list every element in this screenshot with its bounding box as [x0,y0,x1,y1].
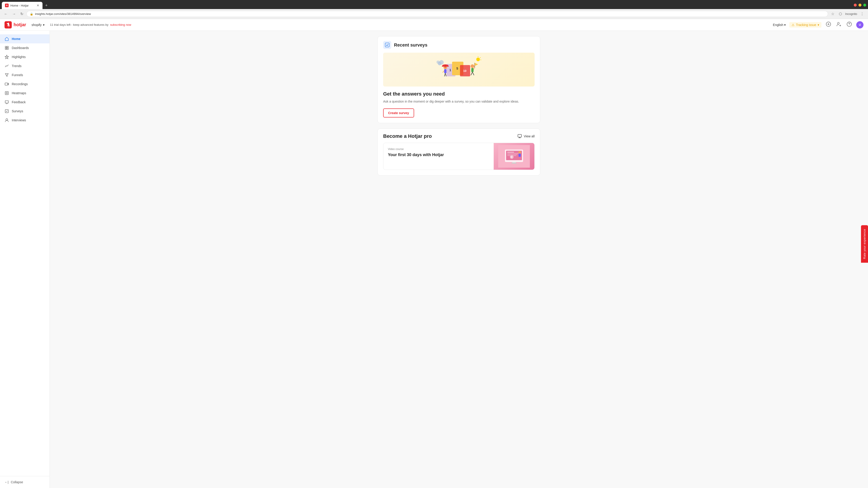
svg-line-23 [444,73,445,76]
svg-rect-10 [5,92,8,95]
url-bar[interactable]: 🔒 insights.hotjar.com/sites/3814994/over… [26,11,828,17]
logo: hotjar [4,21,26,29]
sidebar-item-home-label: Home [12,37,21,41]
close-tab-button[interactable]: ✕ [37,4,39,7]
create-survey-button[interactable]: Create survey [383,108,414,118]
language-selector[interactable]: English ▾ [773,23,786,27]
lang-chevron-icon: ▾ [784,23,786,27]
recent-surveys-section: Recent surveys 1 5 10 [377,36,540,123]
svg-point-49 [518,151,521,154]
url-text: insights.hotjar.com/sites/3814994/overvi… [35,12,91,15]
logo-text: hotjar [13,22,26,27]
svg-rect-45 [507,152,514,153]
dashboard-icon [4,46,9,50]
menu-button[interactable]: ⋮ [859,11,865,17]
sidebar-item-heatmaps[interactable]: Heatmaps [0,89,50,98]
hotjar-logo-icon [4,21,12,29]
funnels-icon [4,73,9,77]
app-container: hotjar shopify ▾ 11 trial days left - ke… [0,19,868,488]
sidebar-item-trends[interactable]: Trends [0,61,50,70]
add-site-button[interactable] [825,21,832,29]
pro-card[interactable]: Video course Your first 30 days with Hot… [383,143,535,170]
svg-point-28 [436,61,440,64]
window-close-button[interactable] [854,4,857,6]
tracking-issue-label: Tracking issue [796,23,816,27]
svg-rect-14 [385,43,389,47]
recent-surveys-header: Recent surveys [378,36,540,53]
lock-icon: 🔒 [30,12,33,15]
svg-text:10: 10 [463,69,466,72]
add-site-icon [826,22,831,27]
help-button[interactable] [846,21,852,29]
sidebar-item-surveys[interactable]: Surveys [0,107,50,116]
tracking-issue-button[interactable]: ⚠ Tracking issue ▾ [789,22,822,28]
sidebar-item-surveys-label: Surveys [12,109,23,113]
sidebar-item-recordings-label: Recordings [12,82,28,86]
sidebar: Home Dashboards Highlights Trends [0,31,50,488]
collapse-label: Collapse [11,480,23,484]
recent-surveys-title: Recent surveys [394,42,428,48]
view-all-icon [518,134,522,138]
svg-rect-5 [5,46,6,48]
svg-point-35 [476,58,480,61]
window-maximize-button[interactable] [863,4,866,6]
new-tab-button[interactable]: + [43,2,50,9]
forward-button[interactable]: → [11,11,17,17]
warning-icon: ⚠ [792,23,795,27]
svg-rect-7 [5,48,6,50]
collapse-icon: ←| [4,480,8,484]
survey-illustration-svg: 1 5 10 [434,55,484,84]
pro-card-image [494,143,534,170]
svg-line-39 [442,71,444,72]
sidebar-item-trends-label: Trends [12,64,22,68]
sidebar-item-home[interactable]: Home [0,34,50,43]
content-inner: Recent surveys 1 5 10 [373,31,545,181]
view-all-button[interactable]: View all [518,134,535,138]
svg-rect-8 [7,48,8,50]
tab-title: Home - Hotjar [10,4,35,7]
site-selector[interactable]: shopify ▾ [30,22,46,28]
page-content: Recent surveys 1 5 10 [50,31,868,488]
svg-point-29 [471,64,474,68]
avatar[interactable]: U [856,21,864,29]
sidebar-item-dashboards[interactable]: Dashboards [0,43,50,53]
add-user-button[interactable] [835,21,842,29]
svg-rect-9 [5,83,8,85]
sidebar-item-funnels[interactable]: Funnels [0,70,50,79]
trial-text: 11 trial days left - keep advanced featu… [50,23,108,26]
get-answers-description: Ask a question in the moment or dig deep… [383,99,535,104]
trial-banner: 11 trial days left - keep advanced featu… [50,23,769,26]
sidebar-item-recordings[interactable]: Recordings [0,79,50,89]
trends-icon [4,64,9,68]
svg-line-40 [473,67,475,70]
subscribe-link[interactable]: subscribing now [110,23,131,26]
help-icon [847,22,852,27]
svg-point-27 [439,60,444,65]
refresh-button[interactable]: ↻ [19,11,25,17]
sidebar-item-dashboards-label: Dashboards [12,46,29,50]
sidebar-item-feedback[interactable]: Feedback [0,98,50,107]
collapse-button[interactable]: ←| Collapse [0,478,50,486]
surveys-icon [4,109,9,113]
tracking-chevron-icon: ▾ [817,23,819,27]
sidebar-item-highlights[interactable]: Highlights [0,53,50,61]
bookmark-button[interactable]: ☆ [830,11,836,17]
rate-experience-tab[interactable]: Rate your experience [861,225,868,263]
svg-line-32 [472,72,474,75]
svg-rect-50 [519,154,521,157]
get-answers: Get the answers you need Ask a question … [378,91,540,123]
interviews-icon [4,118,9,123]
active-tab[interactable]: H Home - Hotjar ✕ [2,2,42,9]
get-answers-title: Get the answers you need [383,91,535,97]
extensions-button[interactable]: ⬡ [837,11,843,17]
svg-rect-22 [444,69,446,73]
site-name: shopify [32,23,41,27]
tab-favicon: H [5,4,8,7]
sidebar-bottom: ←| Collapse [0,476,50,486]
back-button[interactable]: ← [3,11,9,17]
heatmaps-icon [4,91,9,95]
svg-text:5: 5 [456,67,458,70]
window-minimize-button[interactable] [859,4,862,6]
pro-card-title: Your first 30 days with Hotjar [388,153,489,157]
sidebar-item-interviews[interactable]: Interviews [0,116,50,125]
